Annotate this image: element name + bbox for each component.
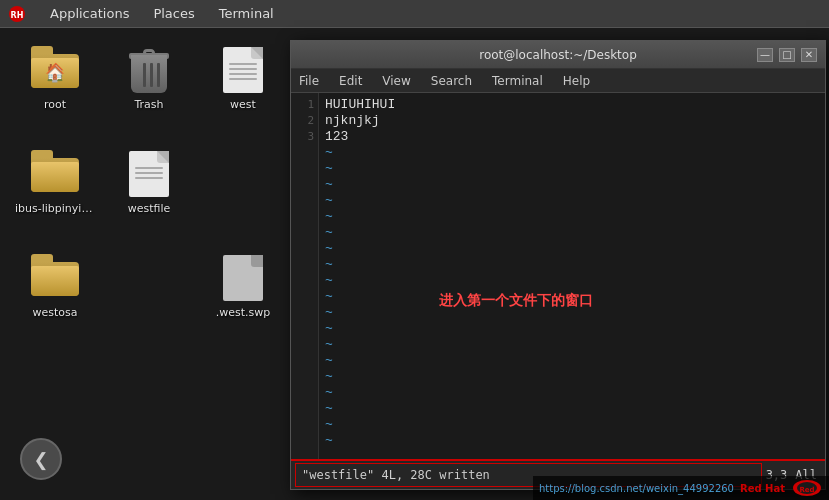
desktop-icon-ibus[interactable]: ibus-libpinyin-1... [10,142,100,242]
desktop-icon-west[interactable]: west [198,38,288,138]
line-num-13 [291,289,318,305]
text-line-5: ~ [325,161,819,177]
line-num-5 [291,161,318,177]
folder-icon-ibus [31,150,79,192]
terminal-content-area: 1 2 3 [291,93,825,459]
terminal-window: root@localhost:~/Desktop — □ ✕ File Edit… [290,40,826,490]
text-line-4: ~ [325,145,819,161]
annotation-text: 进入第一个文件下的窗口 [439,293,593,309]
terminal-menubar: File Edit View Search Terminal Help [291,69,825,93]
line-num-2: 2 [291,113,318,129]
folder-icon-westosa [31,254,79,296]
desktop-icons-area: 🏠 root [0,28,285,500]
document-icon-west [223,47,263,93]
trash-icon [127,47,171,93]
text-line-11: ~ [325,257,819,273]
text-line-10: ~ [325,241,819,257]
line-num-16 [291,337,318,353]
menubar-applications[interactable]: Applications [46,4,133,23]
line-numbers: 1 2 3 [291,93,319,459]
line-num-12 [291,273,318,289]
line-num-15 [291,321,318,337]
icon-grid: 🏠 root [10,38,275,450]
text-line-3: 123 [325,129,819,145]
icon-label-trash: Trash [134,98,163,111]
terminal-titlebar: root@localhost:~/Desktop — □ ✕ [291,41,825,69]
text-line-20: ~ [325,401,819,417]
back-button[interactable]: ❮ [20,438,62,480]
redhat-logo-icon: Red [791,478,823,498]
icon-label-west: west [230,98,256,111]
svg-text:RH: RH [11,11,24,20]
terminal-title: root@localhost:~/Desktop [359,48,757,62]
icon-label-westosa: westosa [32,306,77,319]
terminal-minimize-button[interactable]: — [757,48,773,62]
desktop-icon-westfile[interactable]: westfile [104,142,194,242]
swp-icon [223,255,263,301]
terminal-window-controls: — □ ✕ [757,48,817,62]
terminal-menu-file[interactable]: File [295,72,323,90]
icon-label-root: root [44,98,66,111]
line-num-14 [291,305,318,321]
desktop-icon-westosa[interactable]: westosa [10,246,100,346]
line-num-7 [291,193,318,209]
top-menubar: RH Applications Places Terminal [0,0,829,28]
line-num-23 [291,449,318,459]
text-line-1: HUIUHIHUI [325,97,819,113]
menubar-places[interactable]: Places [149,4,198,23]
line-num-1: 1 [291,97,318,113]
text-line-18: ~ [325,369,819,385]
line-num-21 [291,417,318,433]
text-line-19: ~ [325,385,819,401]
line-num-19 [291,385,318,401]
line-num-4 [291,145,318,161]
desktop-icon-root[interactable]: 🏠 root [10,38,100,138]
line-num-17 [291,353,318,369]
icon-label-westfile: westfile [128,202,171,215]
terminal-menu-terminal[interactable]: Terminal [488,72,547,90]
desktop: RH Applications Places Terminal 🏠 root [0,0,829,500]
redhat-brand: Red Hat [740,483,785,494]
line-num-9 [291,225,318,241]
terminal-menu-help[interactable]: Help [559,72,594,90]
line-num-6 [291,177,318,193]
terminal-restore-button[interactable]: □ [779,48,795,62]
line-num-11 [291,257,318,273]
line-num-22 [291,433,318,449]
text-line-17: ~ [325,353,819,369]
terminal-menu-edit[interactable]: Edit [335,72,366,90]
line-num-20 [291,401,318,417]
text-line-2: njknjkj [325,113,819,129]
text-line-12: ~ [325,273,819,289]
text-line-21: ~ [325,417,819,433]
line-num-18 [291,369,318,385]
redhat-logo-icon: RH [8,5,26,23]
terminal-menu-view[interactable]: View [378,72,414,90]
chevron-left-icon: ❮ [33,449,48,470]
text-line-8: ~ [325,209,819,225]
terminal-menu-search[interactable]: Search [427,72,476,90]
text-line-6: ~ [325,177,819,193]
terminal-close-button[interactable]: ✕ [801,48,817,62]
text-line-16: ~ [325,337,819,353]
icon-label-westswp: .west.swp [216,306,271,319]
line-num-10 [291,241,318,257]
icon-label-ibus: ibus-libpinyin-1... [15,202,95,215]
menubar-terminal[interactable]: Terminal [215,4,278,23]
home-folder-icon: 🏠 [31,46,79,88]
desktop-icon-westswp[interactable]: .west.swp [198,246,288,346]
terminal-text-area[interactable]: HUIUHIHUI njknjkj 123 ~ ~ ~ ~ ~ ~ ~ ~ ~ … [319,93,825,459]
redhat-link[interactable]: https://blog.csdn.net/weixin_44992260 [539,483,734,494]
status-message: "westfile" 4L, 28C written [302,468,490,482]
text-line-22: ~ [325,433,819,449]
line-num-8 [291,209,318,225]
text-line-9: ~ [325,225,819,241]
svg-text:Red: Red [799,486,814,494]
redhat-bar: https://blog.csdn.net/weixin_44992260 Re… [533,476,829,500]
line-num-3: 3 [291,129,318,145]
desktop-icon-trash[interactable]: Trash [104,38,194,138]
text-line-7: ~ [325,193,819,209]
text-line-15: ~ [325,321,819,337]
document-icon-westfile [129,151,169,197]
